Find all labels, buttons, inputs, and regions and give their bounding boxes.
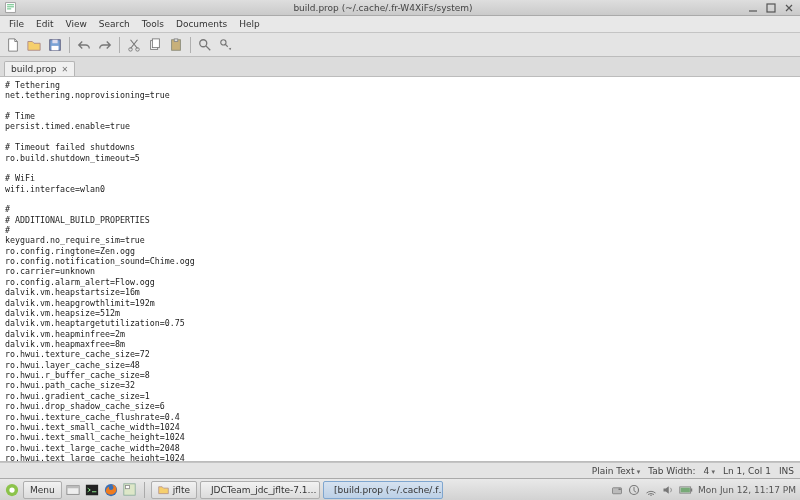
app-icon [4,2,16,14]
toolbar-separator [69,37,70,53]
firefox-launcher[interactable] [103,482,119,498]
text-editor[interactable]: # Tethering net.tethering.noprovisioning… [0,77,800,462]
tabwidth-selector[interactable]: 4 [704,466,715,476]
document-tabs: build.prop ✕ [0,57,800,77]
tab-label: build.prop [11,64,56,74]
menu-view[interactable]: View [61,17,92,31]
task-item-filemanager[interactable]: jflte [151,481,197,499]
menu-tools[interactable]: Tools [137,17,169,31]
new-file-button[interactable] [3,35,23,55]
open-file-button[interactable] [24,35,44,55]
copy-button[interactable] [145,35,165,55]
svg-rect-1 [767,4,775,12]
menu-documents[interactable]: Documents [171,17,232,31]
toolbar-separator [190,37,191,53]
language-selector[interactable]: Plain Text [592,466,640,476]
cursor-position: Ln 1, Col 1 [723,466,771,476]
updates-icon[interactable] [628,484,640,496]
menu-edit[interactable]: Edit [31,17,58,31]
tab-buildprop[interactable]: build.prop ✕ [4,61,75,76]
task-label: JDCTeam_jdc_jflte-7.1… [211,485,317,495]
insert-mode: INS [779,466,794,476]
task-label: jflte [173,485,190,495]
minimize-button[interactable] [746,2,760,14]
file-manager-launcher[interactable] [65,482,81,498]
find-button[interactable] [195,35,215,55]
removable-media-icon[interactable] [611,484,623,496]
toolbar-separator [119,37,120,53]
svg-rect-29 [681,487,690,492]
paste-button[interactable] [166,35,186,55]
svg-point-11 [200,39,207,46]
editor-statusbar: Plain Text Tab Width: 4 Ln 1, Col 1 INS [0,462,800,478]
show-desktop-button[interactable] [122,482,138,498]
svg-rect-8 [152,38,159,47]
svg-rect-4 [52,45,59,49]
network-icon[interactable] [645,484,657,496]
svg-rect-24 [619,488,621,490]
svg-point-26 [650,494,652,496]
maximize-button[interactable] [764,2,778,14]
terminal-launcher[interactable] [84,482,100,498]
menu-file[interactable]: File [4,17,29,31]
menu-launcher[interactable] [4,482,20,498]
panel-taskbar: Menu jflte JDCTeam_jdc_jflte-7.1… [build… [0,478,800,500]
svg-rect-28 [691,488,693,491]
redo-button[interactable] [95,35,115,55]
toolbar [0,33,800,57]
svg-rect-10 [174,38,178,41]
cut-button[interactable] [124,35,144,55]
menubar: File Edit View Search Tools Documents He… [0,16,800,33]
clock[interactable]: Mon Jun 12, 11:17 PM [698,485,796,495]
window-titlebar: build.prop (~/.cache/.fr-W4XiFs/system) [0,0,800,16]
save-file-button[interactable] [45,35,65,55]
start-menu-button[interactable]: Menu [23,481,62,499]
menu-help[interactable]: Help [234,17,265,31]
svg-rect-20 [126,485,130,488]
panel-separator [144,482,145,498]
svg-rect-16 [67,485,79,488]
task-label: [build.prop (~/.cache/.f… [334,485,443,495]
svg-point-14 [9,487,14,492]
close-button[interactable] [782,2,796,14]
task-item-editor[interactable]: [build.prop (~/.cache/.f… [323,481,443,499]
tab-close-icon[interactable]: ✕ [61,65,68,74]
menu-search[interactable]: Search [94,17,135,31]
volume-icon[interactable] [662,484,674,496]
window-title: build.prop (~/.cache/.fr-W4XiFs/system) [20,3,746,13]
battery-icon[interactable] [679,485,693,495]
find-replace-button[interactable] [216,35,236,55]
svg-rect-0 [5,3,15,13]
system-tray: Mon Jun 12, 11:17 PM [611,484,796,496]
tabwidth-label: Tab Width: [648,466,695,476]
svg-rect-3 [52,39,57,43]
undo-button[interactable] [74,35,94,55]
task-item-archive[interactable]: JDCTeam_jdc_jflte-7.1… [200,481,320,499]
